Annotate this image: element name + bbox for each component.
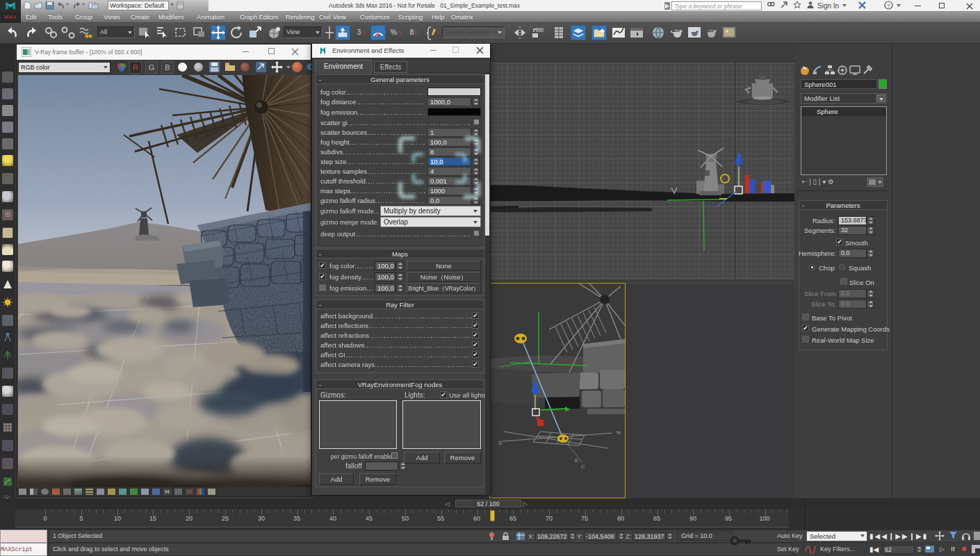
svg-text:N: N: [616, 430, 621, 436]
svg-text:S: S: [498, 440, 502, 446]
svg-text:?: ?: [887, 3, 890, 9]
svg-text:E: E: [575, 457, 578, 464]
svg-text:C: C: [581, 464, 585, 470]
